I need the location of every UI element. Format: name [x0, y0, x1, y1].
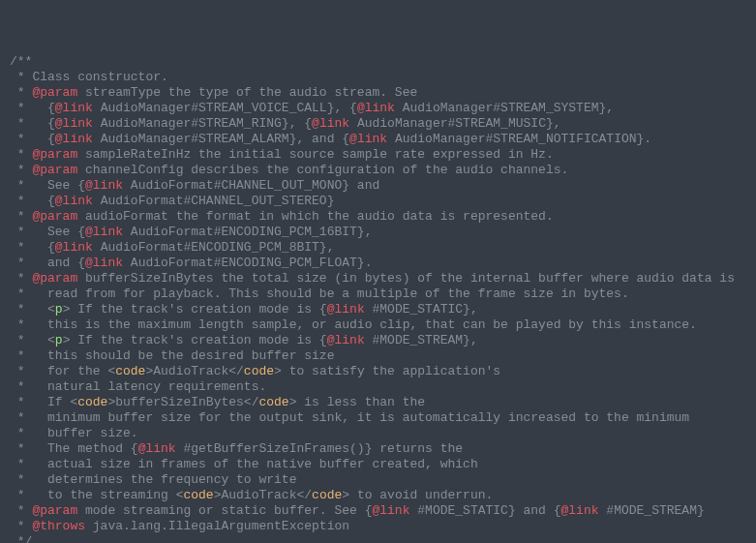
- code-tag: code: [183, 488, 213, 502]
- comment-line: * See {@link AudioFormat#ENCODING_PCM_16…: [10, 225, 372, 239]
- comment-line: * {@link AudioFormat#CHANNEL_OUT_STEREO}: [10, 194, 334, 208]
- comment-line: * @param mode streaming or static buffer…: [10, 503, 705, 518]
- comment-line: * @param bufferSizeInBytes the total siz…: [10, 271, 735, 286]
- comment-line: * natural latency requirements.: [10, 379, 266, 394]
- param-tag: @param: [32, 163, 77, 177]
- comment-line: * buffer size.: [10, 426, 138, 440]
- param-tag: @param: [32, 147, 77, 162]
- link-tag: @link: [55, 194, 93, 208]
- comment-line: * <p> If the track's creation mode is {@…: [10, 302, 478, 317]
- link-tag: @link: [55, 116, 93, 131]
- param-tag: @param: [32, 85, 77, 100]
- comment-line: * for the <code>AudioTrack</code> to sat…: [10, 364, 500, 378]
- comment-line: * @throws java.lang.IllegalArgumentExcep…: [10, 519, 349, 533]
- p-tag: p: [55, 302, 63, 317]
- link-tag: @link: [85, 178, 123, 193]
- link-tag: @link: [55, 132, 93, 146]
- link-tag: @link: [138, 441, 176, 456]
- javadoc-open: /**: [10, 54, 32, 69]
- comment-line: * and {@link AudioFormat#ENCODING_PCM_FL…: [10, 256, 372, 270]
- param-tag: @param: [32, 209, 77, 224]
- link-tag: @link: [327, 333, 365, 347]
- link-tag: @link: [357, 101, 395, 115]
- comment-line: * {@link AudioManager#STREAM_RING}, {@li…: [10, 116, 561, 131]
- comment-line: * minimum buffer size for the output sin…: [10, 410, 689, 425]
- link-tag: @link: [85, 256, 123, 270]
- code-tag: code: [244, 364, 274, 378]
- comment-line: * {@link AudioManager#STREAM_ALARM}, and…: [10, 132, 651, 146]
- code-tag: code: [115, 364, 145, 378]
- comment-line: * {@link AudioManager#STREAM_VOICE_CALL}…: [10, 101, 614, 115]
- comment-line: * this is the maximum length sample, or …: [10, 317, 697, 332]
- link-tag: @link: [327, 302, 365, 317]
- comment-line: * See {@link AudioFormat#CHANNEL_OUT_MON…: [10, 178, 379, 193]
- comment-line: * <p> If the track's creation mode is {@…: [10, 333, 478, 347]
- code-tag: code: [77, 395, 107, 409]
- p-tag: p: [55, 333, 63, 347]
- comment-line: * If <code>bufferSizeInBytes</code> is l…: [10, 395, 425, 409]
- comment-line: * Class constructor.: [10, 70, 168, 84]
- comment-line: * to the streaming <code>AudioTrack</cod…: [10, 488, 493, 502]
- link-tag: @link: [85, 225, 123, 239]
- comment-line: * this should be the desired buffer size: [10, 348, 334, 363]
- comment-line: * read from for playback. This should be…: [10, 287, 629, 301]
- link-tag: @link: [55, 101, 93, 115]
- code-block: /** * Class constructor. * @param stream…: [10, 54, 746, 543]
- link-tag: @link: [55, 240, 93, 255]
- comment-line: * @param channelConfig describes the con…: [10, 163, 568, 177]
- comment-line: * @param streamType the type of the audi…: [10, 85, 417, 100]
- comment-line: * {@link AudioFormat#ENCODING_PCM_8BIT},: [10, 240, 334, 255]
- code-tag: code: [312, 488, 342, 502]
- comment-line: * @param sampleRateInHz the initial sour…: [10, 147, 554, 162]
- javadoc-close: */: [10, 534, 32, 543]
- param-tag: @param: [32, 271, 77, 286]
- throws-tag: @throws: [32, 519, 85, 533]
- code-tag: code: [258, 395, 288, 409]
- link-tag: @link: [312, 116, 349, 131]
- comment-line: * determines the frequency to write: [10, 472, 296, 487]
- comment-line: * actual size in frames of the native bu…: [10, 457, 478, 471]
- link-tag: @link: [372, 503, 409, 518]
- comment-line: * @param audioFormat the format in which…: [10, 209, 554, 224]
- link-tag: @link: [561, 503, 599, 518]
- param-tag: @param: [32, 503, 77, 518]
- comment-line: * The method {@link #getBufferSizeInFram…: [10, 441, 463, 456]
- link-tag: @link: [349, 132, 387, 146]
